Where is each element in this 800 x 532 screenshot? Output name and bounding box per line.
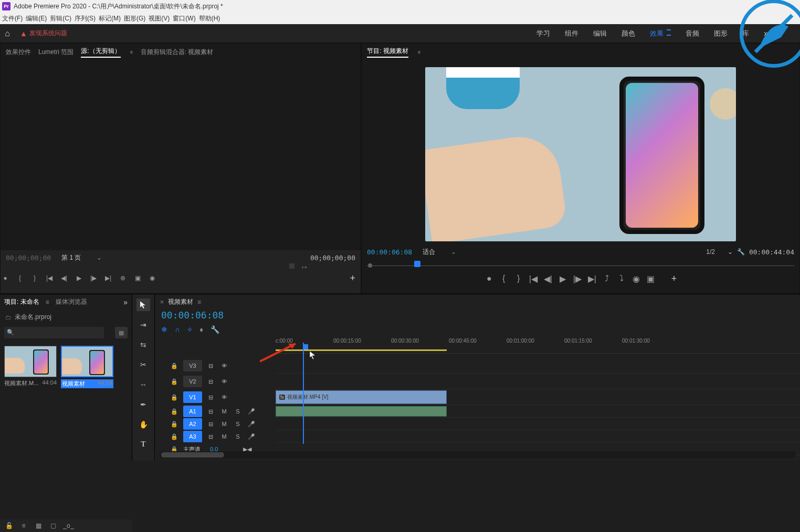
step-back-icon[interactable]: ◀| (59, 274, 69, 282)
ws-graphics[interactable]: 图形 (714, 29, 728, 38)
bin-item[interactable]: 视频素材.M...44:04 (4, 346, 57, 388)
tab-audio-clip-mixer[interactable]: 音频剪辑混合器: 视频素材 (141, 48, 214, 57)
settings-icon[interactable]: 🔧 (737, 248, 745, 256)
track-label[interactable]: A1 (183, 406, 202, 417)
video-clip[interactable]: fx视频素材.MP4 [V] (276, 390, 447, 404)
bin-thumbnail[interactable] (61, 346, 113, 377)
tab-project[interactable]: 项目: 未命名 (4, 297, 39, 306)
track-label[interactable]: V1 (183, 391, 202, 403)
marker-icon[interactable]: ♦ (199, 325, 203, 334)
bin-item[interactable]: 视频素材44:04 (61, 346, 113, 388)
mark-in-icon[interactable]: { (15, 274, 25, 282)
timeline-scrollbar[interactable] (159, 451, 796, 459)
step-fwd-icon[interactable]: |▶ (573, 274, 582, 284)
track-label[interactable]: A3 (183, 431, 202, 442)
mark-out-icon[interactable]: } (514, 274, 523, 283)
track-lane[interactable] (276, 405, 800, 418)
ws-learn[interactable]: 学习 (536, 29, 550, 38)
sync-lock-icon[interactable]: ⊟ (205, 394, 216, 401)
snap-icon[interactable]: ∩ (175, 325, 180, 334)
play-icon[interactable]: ▶ (74, 274, 83, 282)
menu-clip[interactable]: 剪辑(C) (50, 14, 71, 23)
go-out-icon[interactable]: ▶| (103, 274, 113, 282)
eye-icon[interactable]: 👁 (219, 378, 229, 385)
lock-icon[interactable]: 🔒 (171, 433, 180, 440)
ws-effects[interactable]: 效果 (650, 29, 671, 38)
track-lane[interactable] (276, 418, 800, 430)
mark-in-icon[interactable]: { (499, 274, 509, 283)
mute-button[interactable]: M (219, 408, 229, 414)
sequence-name[interactable]: 视频素材 (168, 297, 193, 306)
menu-window[interactable]: 窗口(W) (173, 14, 195, 23)
audio-clip[interactable] (276, 406, 447, 417)
work-area-bar[interactable] (276, 349, 447, 351)
freeform-view-icon[interactable]: ▢ (48, 522, 58, 529)
menu-help[interactable]: 帮助(H) (199, 14, 220, 23)
track-label[interactable]: V3 (183, 360, 202, 371)
solo-button[interactable]: S (233, 433, 243, 440)
track-lane[interactable] (276, 374, 800, 389)
menu-edit[interactable]: 编辑(E) (26, 14, 47, 23)
step-back-icon[interactable]: ◀| (543, 274, 553, 284)
program-monitor-view[interactable] (425, 67, 736, 241)
linked-selection-icon[interactable]: ⟡ (187, 325, 192, 334)
lock-icon[interactable]: 🔒 (171, 421, 180, 428)
button-editor-icon[interactable]: + (350, 273, 355, 284)
ws-libraries[interactable]: 库 (742, 29, 749, 38)
timeline-timecode[interactable]: 00:00:06:08 (155, 310, 800, 323)
go-out-icon[interactable]: ▶| (587, 274, 597, 284)
menu-view[interactable]: 视图(V) (149, 14, 170, 23)
icon-view-icon[interactable]: ▦ (34, 522, 43, 529)
program-fit-select[interactable]: 适合⌄ (423, 248, 456, 257)
mark-out-icon[interactable]: } (30, 274, 39, 282)
go-in-icon[interactable]: |◀ (529, 274, 538, 284)
menu-file[interactable]: 文件(F) (2, 14, 23, 23)
ws-audio[interactable]: 音频 (686, 29, 699, 38)
zoom-slider-icon[interactable]: ⎯o⎯ (63, 522, 72, 529)
panel-menu-icon[interactable]: ≡ (418, 49, 421, 55)
view-toggle-button[interactable]: ▦ (115, 327, 128, 338)
solo-button[interactable]: S (233, 408, 243, 414)
panel-menu-icon[interactable]: ≡ (46, 299, 49, 306)
workspace-overflow-icon[interactable]: » (764, 29, 769, 38)
tab-effect-controls[interactable]: 效果控件 (6, 48, 31, 57)
compare-icon[interactable]: ▣ (646, 274, 656, 284)
pen-tool-icon[interactable]: ✒ (136, 398, 150, 411)
ws-editing[interactable]: 编辑 (593, 29, 607, 38)
slip-tool-icon[interactable]: ↔ (136, 378, 150, 391)
panel-menu-icon[interactable]: ≡ (130, 49, 133, 55)
play-icon[interactable]: ▶ (558, 274, 567, 284)
tab-media-browser[interactable]: 媒体浏览器 (56, 297, 87, 306)
program-res-select[interactable]: 1/2⌄ (706, 248, 733, 256)
menu-graphics[interactable]: 图形(G) (124, 14, 145, 23)
track-lane[interactable]: fx视频素材.MP4 [V] (276, 389, 800, 405)
mute-button[interactable]: M (219, 433, 229, 440)
menu-sequence[interactable]: 序列(S) (75, 14, 96, 23)
voice-icon[interactable]: 🎤 (246, 421, 257, 428)
voice-icon[interactable]: 🎤 (246, 408, 257, 415)
button-editor-icon[interactable]: + (671, 273, 677, 284)
lock-icon[interactable]: 🔒 (171, 408, 180, 415)
program-tc-left[interactable]: 00:00:06:08 (367, 248, 412, 256)
selection-tool-icon[interactable] (136, 299, 150, 311)
insert-icon[interactable]: ⊕ (118, 274, 128, 282)
timeline-ruler[interactable]: c:00:00 00:00:15:00 00:00:30:00 00:00:45… (276, 338, 800, 354)
list-view-icon[interactable]: ≡ (19, 522, 28, 529)
ripple-edit-tool-icon[interactable]: ⇆ (136, 338, 150, 351)
track-select-tool-icon[interactable]: ⇥ (136, 318, 150, 331)
ws-assembly[interactable]: 组件 (565, 29, 578, 38)
sync-lock-icon[interactable]: ⊟ (205, 433, 216, 440)
ws-color[interactable]: 颜色 (622, 29, 635, 38)
tab-lumetri-scopes[interactable]: Lumetri 范围 (38, 48, 73, 57)
lock-icon[interactable]: 🔒 (171, 363, 180, 369)
track-label[interactable]: V2 (183, 376, 202, 387)
razor-tool-icon[interactable]: ✂ (136, 358, 150, 371)
panel-menu-icon[interactable]: ≡ (197, 299, 201, 306)
add-marker-icon[interactable]: ● (485, 274, 494, 283)
settings-icon[interactable]: 🔧 (210, 325, 219, 334)
go-in-icon[interactable]: |◀ (45, 274, 54, 282)
program-playhead[interactable] (414, 261, 420, 267)
scrollbar-thumb[interactable] (161, 452, 224, 457)
track-lane[interactable] (276, 430, 800, 443)
eye-icon[interactable]: 👁 (219, 394, 229, 400)
